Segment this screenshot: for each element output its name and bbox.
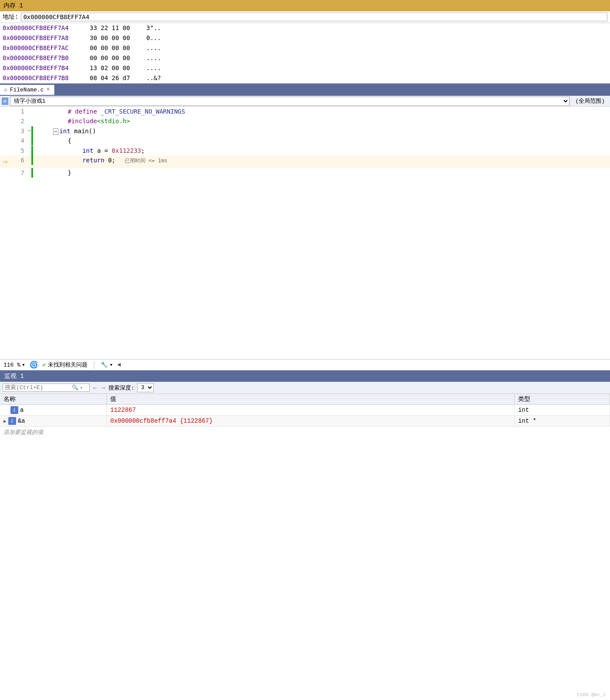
memory-row: 0x000000CFB8EFF7B8 08 04 26 d7 ..&?	[0, 73, 610, 83]
expand-icon[interactable]: ▶	[3, 419, 7, 424]
watch-table: 名称 值 类型 ia1122867int▶i&a0x000000cfb8eff7…	[0, 394, 610, 427]
memory-row: 0x000000CFB8EFF7A4 33 22 11 00 3"..	[0, 23, 610, 33]
memory-row-addr: 0x000000CFB8EFF7B0	[3, 54, 90, 63]
memory-address-bar: 地址:	[0, 11, 610, 23]
code-line: ⇒6 return 0; 已用时间 <= 1ms	[0, 155, 610, 168]
memory-row: 0x000000CFB8EFF7B4 13 02 00 00 ....	[0, 63, 610, 73]
watch-row-name: ia	[0, 405, 107, 416]
scope-right: (全局范围)	[570, 96, 610, 106]
tab-bar: ⊡ FileName.c ×	[0, 84, 610, 96]
timing-hint: 已用时间 <= 1ms	[125, 158, 168, 164]
code-line: 1 # define _CRT_SECURE_NO_WARNINGS	[0, 107, 610, 116]
tab-filename-label: FileName.c	[10, 87, 44, 93]
memory-row-bytes: 00 00 00 00	[90, 54, 146, 63]
line-number: 2	[10, 116, 28, 126]
memory-row: 0x000000CFB8EFF7A8 30 00 00 00 0...	[0, 33, 610, 43]
green-bar	[31, 146, 33, 155]
line-content: int a = 0x112233;	[37, 146, 610, 155]
search-dropdown-btn[interactable]: ▾	[80, 385, 83, 390]
tool-icon[interactable]: 🔧	[101, 361, 108, 368]
col-value: 值	[107, 394, 515, 405]
memory-row-addr: 0x000000CFB8EFF7B8	[3, 74, 90, 83]
code-line: 5 int a = 0x112233;	[0, 146, 610, 155]
memory-address-label: 地址:	[3, 13, 18, 21]
watch-row: ▶i&a0x000000cfb8eff7a4 {1122867}int *	[0, 416, 610, 427]
ok-text: 未找到相关问题	[48, 361, 88, 369]
watch-row-value: 0x000000cfb8eff7a4 {1122867}	[107, 416, 515, 427]
watch-var-name: &a	[18, 417, 25, 424]
watch-nav-back[interactable]: ←	[92, 384, 98, 391]
line-gutter: −	[28, 126, 37, 136]
memory-row-chars: 0...	[146, 34, 161, 43]
tab-close-button[interactable]: ×	[47, 87, 50, 93]
line-number: 3	[10, 126, 28, 136]
memory-address-input[interactable]	[21, 13, 607, 21]
green-bar	[31, 126, 33, 136]
watch-title: 监视 1	[0, 370, 610, 382]
line-content: #include<stdio.h>	[37, 116, 610, 126]
tool-dropdown-btn[interactable]: ▾	[109, 361, 113, 368]
ok-icon: ✔	[43, 361, 46, 368]
tab-filename[interactable]: ⊡ FileName.c ×	[0, 85, 54, 95]
line-content: # define _CRT_SECURE_NO_WARNINGS	[37, 107, 610, 116]
memory-row: 0x000000CFB8EFF7AC 00 00 00 00 ....	[0, 43, 610, 53]
code-line: 3− −int main()	[0, 126, 610, 136]
watch-panel: 监视 1 🔍 ▾ ← → 搜索深度: 12345 名称 值 类型 ia11228…	[0, 370, 610, 438]
col-type: 类型	[514, 394, 610, 405]
zoom-dropdown-btn[interactable]: ▾	[22, 361, 25, 368]
memory-row-chars: 3"..	[146, 24, 161, 33]
status-zoom: 116 % ▾	[3, 361, 25, 368]
watch-row-name: ▶i&a	[0, 416, 107, 427]
green-bar	[31, 155, 33, 165]
fold-btn[interactable]: −	[53, 128, 59, 135]
memory-row-chars: ..&?	[146, 74, 161, 83]
line-number: 7	[10, 168, 28, 178]
watch-depth-select[interactable]: 12345	[137, 383, 154, 392]
memory-row-addr: 0x000000CFB8EFF7B4	[3, 64, 90, 73]
status-icon-btn[interactable]: 🌀	[30, 360, 38, 369]
status-nav-arrow[interactable]: ◄	[117, 361, 121, 368]
memory-rows: 0x000000CFB8EFF7A4 33 22 11 00 3".. 0x00…	[0, 23, 610, 83]
collapse-button[interactable]: −	[28, 127, 31, 135]
memory-row-addr: 0x000000CFB8EFF7A4	[3, 24, 90, 33]
memory-row-addr: 0x000000CFB8EFF7A8	[3, 34, 90, 43]
line-number: 1	[10, 107, 28, 116]
code-editor: 1 # define _CRT_SECURE_NO_WARNINGS2 #inc…	[0, 107, 610, 359]
watch-row-type: int	[514, 405, 610, 416]
line-gutter	[28, 168, 37, 178]
watch-var-icon: i	[8, 417, 16, 425]
line-number: 5	[10, 146, 28, 155]
line-arrow-indicator: ⇒	[0, 155, 10, 168]
watch-search-box: 🔍 ▾	[3, 384, 90, 392]
memory-row-addr: 0x000000CFB8EFF7AC	[3, 44, 90, 53]
code-toolbar: ⊕ 猜字小游戏1 (全局范围)	[0, 96, 610, 107]
code-line: 2 #include<stdio.h>	[0, 116, 610, 126]
memory-row-bytes: 08 04 26 d7	[90, 74, 146, 83]
scope-icon: ⊕	[2, 98, 8, 105]
line-content: −int main()	[37, 126, 610, 136]
line-gutter	[28, 136, 37, 145]
green-bar	[31, 136, 33, 145]
line-number: 6	[10, 155, 28, 165]
status-separator: |	[92, 360, 97, 369]
code-line: 4 {	[0, 136, 610, 145]
watch-nav-fwd[interactable]: →	[100, 384, 105, 391]
zoom-value: 116 %	[3, 362, 20, 368]
memory-panel: 内存 1 地址: 0x000000CFB8EFF7A4 33 22 11 00 …	[0, 0, 610, 84]
watch-add-hint[interactable]: 添加要监视的项	[0, 427, 610, 438]
memory-row-bytes: 00 00 00 00	[90, 44, 146, 53]
line-number: 4	[10, 136, 28, 145]
watch-search-input[interactable]	[5, 384, 70, 391]
scope-select[interactable]: 猜字小游戏1	[10, 97, 570, 106]
watch-row: ia1122867int	[0, 405, 610, 416]
memory-row-bytes: 33 22 11 00	[90, 24, 146, 33]
status-bar: 116 % ▾ 🌀 ✔ 未找到相关问题 | 🔧 ▾ ◄	[0, 359, 610, 370]
code-scope-left: ⊕ 猜字小游戏1	[0, 97, 570, 106]
col-name: 名称	[0, 394, 107, 405]
memory-row-chars: ....	[146, 64, 161, 73]
tab-pin-icon: ⊡	[4, 87, 7, 93]
line-gutter	[28, 146, 37, 155]
memory-row-bytes: 13 02 00 00	[90, 64, 146, 73]
memory-row-chars: ....	[146, 54, 161, 63]
code-line: 7 }	[0, 168, 610, 178]
